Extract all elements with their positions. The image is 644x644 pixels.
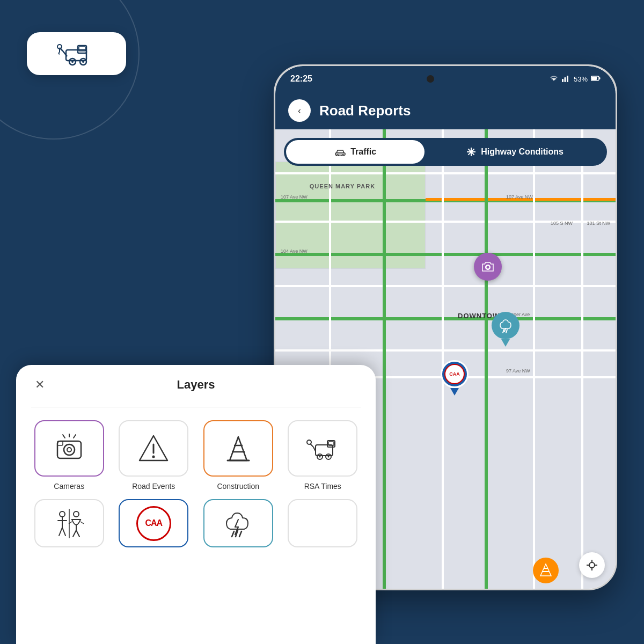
svg-point-48: [152, 455, 155, 458]
app-header: ‹ Road Reports: [275, 92, 616, 129]
tab-traffic[interactable]: Traffic: [286, 140, 425, 164]
tab-highway[interactable]: Highway Conditions: [425, 140, 605, 164]
street-v3: [442, 129, 444, 589]
layer-item-rsa-times: RSA Times: [285, 420, 361, 491]
car-icon: [334, 148, 346, 156]
svg-point-4: [71, 61, 74, 63]
street-label-97: 97 Ave NW: [506, 368, 530, 374]
camera-marker[interactable]: [474, 253, 502, 281]
battery-icon: [591, 75, 601, 83]
layer-road-events-button[interactable]: [119, 420, 188, 477]
layer-construction-button[interactable]: [203, 420, 273, 477]
layer-item-restrooms: [31, 499, 107, 547]
svg-marker-49: [230, 437, 247, 460]
street-label-107-right: 107 Ave NW: [506, 194, 533, 200]
layers-header: ✕ Layers: [31, 378, 361, 392]
street-v6: [581, 129, 583, 589]
layer-item-construction: Construction: [200, 420, 276, 491]
layer-restrooms-button[interactable]: [34, 499, 104, 547]
svg-marker-31: [540, 564, 551, 576]
layers-panel: ✕ Layers: [16, 365, 376, 644]
svg-point-43: [64, 444, 75, 455]
svg-point-69: [74, 511, 79, 517]
svg-rect-16: [599, 77, 600, 79]
street-v5: [533, 129, 535, 589]
locate-button[interactable]: [579, 552, 605, 578]
storm-marker[interactable]: [490, 312, 521, 347]
signal-icon: [562, 75, 570, 84]
street-v4-major: [485, 129, 488, 589]
battery-text: 53%: [574, 75, 588, 83]
svg-line-72: [76, 530, 79, 537]
back-arrow-icon: ‹: [298, 105, 301, 116]
road-events-icon: [137, 433, 170, 465]
svg-line-78: [235, 519, 238, 527]
street-h5: [275, 285, 616, 287]
map-tabs: Traffic Highway Conditions: [284, 138, 607, 166]
svg-line-71: [73, 530, 76, 537]
storm-marker-tail: [501, 339, 510, 347]
svg-point-44: [67, 448, 71, 452]
status-icons: 53%: [549, 75, 601, 84]
street-h4-major: [275, 253, 616, 256]
layers-close-button[interactable]: ✕: [31, 376, 48, 393]
caa-marker-tail: [450, 388, 459, 396]
back-button[interactable]: ‹: [288, 99, 311, 122]
svg-line-39: [63, 435, 65, 438]
tow-truck-badge: [27, 32, 126, 75]
snowflake-icon: [466, 147, 477, 157]
svg-rect-13: [567, 76, 568, 82]
caa-icon-text: CAA: [145, 518, 162, 528]
queen-mary-label: QUEEN MARY PARK: [302, 183, 383, 189]
close-icon: ✕: [35, 378, 45, 392]
wifi-icon: [549, 75, 559, 84]
layer-rsa-times-button[interactable]: [288, 420, 357, 477]
status-bar: 22:25 53%: [275, 66, 616, 92]
page-title: Road Reports: [319, 103, 411, 119]
construction-icon: [222, 433, 254, 465]
layer-caa-button[interactable]: CAA: [119, 499, 188, 547]
svg-line-66: [59, 528, 62, 536]
street-label-107: 107 Ave NW: [281, 194, 308, 200]
layer-item-empty: [285, 499, 361, 547]
status-time: 22:25: [290, 74, 312, 84]
layer-item-caa: CAA: [116, 499, 192, 547]
layer-item-road-events: Road Events: [116, 420, 192, 491]
svg-line-74: [80, 522, 84, 524]
restrooms-icon: [50, 509, 88, 538]
svg-point-62: [307, 440, 311, 444]
svg-rect-15: [591, 77, 597, 80]
layer-cameras-label: Cameras: [54, 482, 84, 491]
street-label-104: 104 Ave NW: [281, 248, 308, 254]
weather-icon: [222, 509, 254, 538]
caa-marker[interactable]: CAA: [439, 360, 470, 398]
svg-point-24: [470, 151, 472, 153]
svg-rect-11: [562, 79, 564, 82]
svg-line-30: [506, 330, 507, 333]
rsa-times-icon: [304, 435, 341, 462]
layer-cameras-button[interactable]: [34, 420, 104, 477]
svg-line-29: [504, 328, 506, 332]
locate-icon: [586, 559, 598, 572]
cameras-icon: [53, 434, 85, 463]
svg-point-26: [487, 266, 489, 269]
tow-truck-icon: [55, 40, 98, 67]
tab-traffic-label: Traffic: [350, 147, 376, 157]
caa-badge-small: CAA: [444, 364, 465, 384]
layer-item-weather: [200, 499, 276, 547]
layers-divider: [31, 407, 361, 407]
layer-weather-button[interactable]: [203, 499, 273, 547]
layer-rsa-times-label: RSA Times: [304, 482, 341, 491]
layer-empty-button[interactable]: [288, 499, 357, 547]
street-h6-major: [275, 317, 616, 320]
cone-marker[interactable]: [533, 558, 559, 583]
svg-line-77: [239, 531, 241, 537]
caa-icon-container: CAA: [136, 506, 171, 541]
svg-line-41: [74, 435, 76, 438]
svg-point-57: [319, 456, 321, 457]
street-v2-major: [383, 129, 386, 589]
street-h7: [275, 349, 616, 352]
layers-title: Layers: [177, 378, 215, 392]
svg-point-34: [589, 562, 595, 568]
svg-rect-12: [564, 77, 566, 82]
